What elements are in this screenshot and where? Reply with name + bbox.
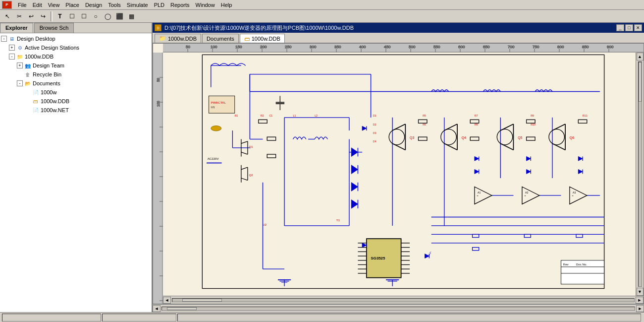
- h-scrollbar[interactable]: ◄ ►: [163, 296, 644, 304]
- menu-file[interactable]: File: [15, 1, 30, 9]
- menubar: P File Edit View Place Design Tools Simu…: [0, 0, 644, 10]
- scroll-thumb-h[interactable]: [182, 299, 222, 302]
- svg-point-211: [211, 126, 221, 130]
- design-desktop-label: Design Desktop: [17, 36, 55, 42]
- doc-tab-1000w-ddb[interactable]: 🗃 1000w.DDB: [240, 34, 285, 43]
- net-icon: 📄: [32, 106, 40, 114]
- menu-tools[interactable]: Tools: [105, 1, 124, 9]
- v-scrollbar[interactable]: ▲ ▼: [636, 53, 644, 296]
- tree-panel: - 🖥 Design Desktop + ⚙ Active Design Sta…: [0, 33, 152, 312]
- doc-tab-documents[interactable]: Documents: [202, 34, 239, 43]
- doc-close-btn[interactable]: ✕: [634, 24, 642, 31]
- left-panel: Explorer Browse Sch - 🖥 Design Desktop +…: [0, 23, 153, 312]
- tree-item-1000w-ddb-file[interactable]: 🗃 1000w.DDB: [1, 97, 151, 106]
- doc-minimize-btn[interactable]: _: [616, 24, 624, 31]
- tab-browse-sch[interactable]: Browse Sch: [34, 23, 74, 33]
- svg-text:R6: R6: [423, 123, 426, 126]
- svg-text:L1: L1: [293, 114, 296, 117]
- expand-active-stations[interactable]: +: [9, 45, 15, 51]
- schematic-area[interactable]: 50 100 150 200 250 300 350 400 450 500 5…: [153, 43, 644, 304]
- scroll-up-btn[interactable]: ▲: [637, 53, 644, 61]
- tab-explorer[interactable]: Explorer: [0, 23, 33, 33]
- svg-text:+: +: [572, 193, 574, 197]
- statusbar: [0, 312, 644, 322]
- panel-tabs: Explorer Browse Sch: [0, 23, 152, 33]
- scroll-track-h[interactable]: [172, 298, 635, 302]
- right-panel: D D:\[07]技术创新\设计资源\1000W逆变器的原理图与PCB图\100…: [153, 23, 644, 312]
- tree-item-1000w-ddb[interactable]: - 📁 1000w.DDB: [1, 52, 151, 61]
- scroll-down-btn[interactable]: ▼: [637, 288, 644, 296]
- svg-text:900: 900: [607, 45, 614, 49]
- svg-text:R1: R1: [235, 114, 238, 117]
- status-section-3: [177, 314, 641, 322]
- ruler-h-svg: 50 100 150 200 250 300 350 400 450 500 5…: [163, 44, 644, 53]
- tree-item-active-stations[interactable]: + ⚙ Active Design Stations: [1, 43, 151, 52]
- tool-arrow[interactable]: ↖: [2, 11, 13, 22]
- doc-win-buttons: _ □ ✕: [616, 24, 642, 31]
- tool-redo[interactable]: ↪: [38, 11, 49, 22]
- bottom-right-arrow[interactable]: ►: [636, 305, 644, 312]
- svg-text:R7: R7: [475, 114, 478, 117]
- expand-design-desktop[interactable]: -: [1, 36, 7, 42]
- tool-circle[interactable]: ○: [90, 11, 101, 22]
- menu-reports[interactable]: Reports: [167, 1, 193, 9]
- svg-text:R8: R8: [475, 123, 478, 126]
- tree-item-documents[interactable]: - 📂 Documents: [1, 79, 151, 88]
- tree-item-design-team[interactable]: + 👥 Design Team: [1, 61, 151, 70]
- ruler-v-svg: 50 100: [153, 53, 163, 304]
- bottom-scroll-thumb[interactable]: [167, 307, 197, 310]
- svg-text:D2: D2: [373, 123, 376, 126]
- doc-tab-1000w-ddb-icon: 🗃: [244, 36, 250, 42]
- bottom-scroll-track[interactable]: [161, 307, 635, 311]
- tool-undo[interactable]: ↩: [26, 11, 37, 22]
- scroll-right-btn[interactable]: ►: [636, 297, 644, 304]
- recycle-bin-label: Recycle Bin: [33, 71, 61, 77]
- tool-ellipse[interactable]: ◯: [102, 11, 113, 22]
- svg-text:U1: U1: [211, 105, 215, 109]
- expand-1000w-ddb[interactable]: -: [9, 54, 15, 60]
- menu-window[interactable]: Window: [193, 1, 218, 9]
- scroll-track-v[interactable]: [638, 62, 642, 287]
- bottom-left-arrow[interactable]: ◄: [153, 305, 161, 312]
- scroll-left-btn[interactable]: ◄: [163, 297, 171, 304]
- folder-ddb-icon: 📁: [16, 53, 24, 61]
- tree-item-1000w-net[interactable]: 📄 1000w.NET: [1, 106, 151, 115]
- title-ddb-icon: D: [155, 24, 161, 31]
- menu-design[interactable]: Design: [82, 1, 105, 9]
- doc-tab-1000w-ddb-label: 1000w.DDB: [252, 36, 280, 42]
- doc-path: D:\[07]技术创新\设计资源\1000W逆变器的原理图与PCB图\1000W…: [164, 24, 354, 32]
- tool-fill[interactable]: ⬛: [114, 11, 125, 22]
- tool-rect[interactable]: ☐: [66, 11, 77, 22]
- recycle-icon: 🗑: [24, 70, 32, 78]
- svg-text:Q6: Q6: [570, 136, 574, 140]
- svg-text:Rev: Rev: [563, 262, 569, 266]
- svg-text:400: 400: [359, 45, 366, 49]
- ruler-vertical: 50 100: [153, 53, 163, 304]
- schematic-content[interactable]: PWRCTRL U1 Q1 Q: [163, 53, 644, 304]
- tool-grid[interactable]: ▦: [126, 11, 137, 22]
- tool-cut[interactable]: ✂: [14, 11, 25, 22]
- expand-design-team[interactable]: +: [17, 63, 23, 68]
- doc-maximize-btn[interactable]: □: [625, 24, 633, 31]
- menu-edit[interactable]: Edit: [30, 1, 45, 9]
- tool-text[interactable]: T: [54, 11, 65, 22]
- tool-rect2[interactable]: ☐: [78, 11, 89, 22]
- menu-view[interactable]: View: [45, 1, 63, 9]
- scroll-thumb-v[interactable]: [639, 62, 642, 102]
- expand-documents[interactable]: -: [17, 80, 23, 86]
- 1000w-sch-label: 1000w: [41, 89, 56, 95]
- menu-help[interactable]: Help: [218, 1, 235, 9]
- svg-text:C1: C1: [269, 114, 273, 117]
- svg-text:SG3525: SG3525: [371, 256, 385, 260]
- menu-pld[interactable]: PLD: [151, 1, 167, 9]
- menu-place[interactable]: Place: [62, 1, 82, 9]
- svg-text:D1: D1: [373, 114, 376, 117]
- tree-item-recycle-bin[interactable]: 🗑 Recycle Bin: [1, 70, 151, 79]
- svg-text:D4: D4: [373, 140, 376, 143]
- tree-item-1000w-sch[interactable]: 📄 1000w: [1, 88, 151, 97]
- svg-text:Q5: Q5: [518, 136, 522, 140]
- tree-item-design-desktop[interactable]: - 🖥 Design Desktop: [1, 34, 151, 43]
- doc-tab-ddb[interactable]: 📁 1000w.DDB: [155, 34, 201, 43]
- menu-simulate[interactable]: Simulate: [124, 1, 151, 9]
- svg-rect-38: [153, 53, 163, 304]
